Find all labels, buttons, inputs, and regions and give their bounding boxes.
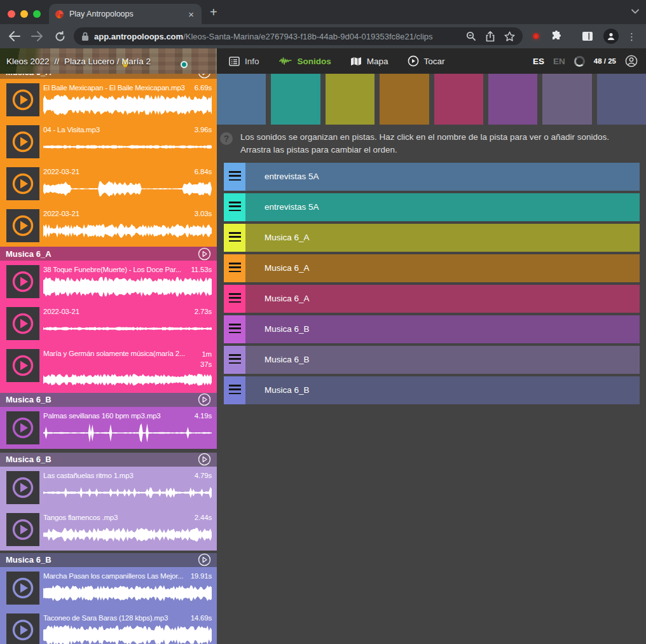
close-tab-icon[interactable]: ×: [187, 8, 195, 20]
clip-play-button[interactable]: [6, 411, 39, 444]
breadcrumb-path[interactable]: Plaza Lucero / María 2: [64, 57, 151, 66]
track-row[interactable]: entrevistas 5A: [224, 193, 640, 221]
track-section-header[interactable]: Musica 6_B: [0, 393, 217, 407]
tab-search-chevron-icon[interactable]: [631, 8, 640, 15]
forward-icon[interactable]: [29, 29, 45, 44]
clip-waveform[interactable]: [43, 93, 212, 116]
clip-waveform[interactable]: [43, 624, 212, 644]
track-row-body[interactable]: Musica 6_A: [245, 224, 640, 252]
drag-handle[interactable]: [224, 376, 245, 404]
track-section-header[interactable]: Musica 6_B: [0, 553, 217, 567]
clip-waveform[interactable]: [43, 275, 212, 298]
track-row[interactable]: Musica 6_A: [224, 224, 640, 252]
track-row[interactable]: Musica 6_A: [224, 285, 640, 313]
tab-mapa[interactable]: Mapa: [350, 57, 388, 66]
track-row-body[interactable]: Musica 6_B: [245, 346, 640, 374]
clip-waveform[interactable]: [43, 523, 212, 546]
back-icon[interactable]: [6, 29, 22, 44]
clip-waveform[interactable]: [43, 481, 212, 504]
track-row-body[interactable]: Musica 6_B: [245, 376, 640, 404]
clip-play-button[interactable]: [6, 613, 39, 644]
address-bar[interactable]: app.antropoloops.com/Kleos-Santa-Marina/…: [74, 27, 523, 45]
drag-handle[interactable]: [224, 315, 245, 343]
tab-strip: Play Antropoloops × +: [0, 0, 646, 24]
track-row[interactable]: Musica 6_B: [224, 315, 640, 343]
track-row[interactable]: Musica 6_B: [224, 376, 640, 404]
clip-duration: 2.44s: [195, 514, 212, 521]
zoom-page-icon[interactable]: [466, 31, 476, 41]
track-row-body[interactable]: Musica 6_A: [245, 254, 640, 282]
clip-play-button[interactable]: [6, 471, 39, 504]
track-section-header[interactable]: Musica 6_B: [0, 453, 217, 467]
track-row-body[interactable]: entrevistas 5A: [245, 193, 640, 221]
zoom-window-button[interactable]: [33, 10, 41, 18]
clip-waveform[interactable]: [43, 219, 212, 242]
track-row[interactable]: Musica 6_B: [224, 346, 640, 374]
browser-window: Play Antropoloops × + app.antropoloops.c…: [0, 0, 646, 644]
map-thumbnail[interactable]: Kleos 2022 // Plaza Lucero / María 2: [0, 48, 217, 74]
clip-play-button[interactable]: [6, 209, 39, 242]
share-icon[interactable]: [486, 31, 495, 42]
browser-tab[interactable]: Play Antropoloops ×: [49, 4, 202, 24]
extensions-puzzle-icon[interactable]: [549, 29, 564, 44]
lock-icon[interactable]: [81, 32, 89, 41]
minimize-window-button[interactable]: [20, 10, 28, 18]
expand-track-icon[interactable]: [198, 74, 211, 79]
reload-icon[interactable]: [52, 29, 67, 44]
clip-waveform[interactable]: [43, 371, 212, 388]
clip-play-button[interactable]: [6, 265, 39, 298]
waveform-icon: [278, 57, 292, 65]
track-section-header[interactable]: Musica 6_A: [0, 74, 217, 79]
tab-tocar[interactable]: Tocar: [408, 55, 445, 67]
site-favicon-icon: [55, 10, 64, 18]
breadcrumb-project[interactable]: Kleos 2022: [6, 57, 50, 66]
expand-track-icon[interactable]: [198, 553, 211, 566]
browser-menu-icon[interactable]: ⋮: [627, 32, 636, 41]
clip-play-button[interactable]: [6, 572, 39, 605]
drag-handle[interactable]: [224, 224, 245, 252]
clip-play-button[interactable]: [6, 83, 39, 116]
clip-waveform[interactable]: [43, 177, 212, 200]
bookmark-star-icon[interactable]: [504, 31, 515, 41]
track-section-header[interactable]: Musica 6_A: [0, 247, 217, 261]
tab-sonidos[interactable]: Sonidos: [278, 57, 331, 66]
close-window-button[interactable]: [8, 10, 15, 18]
track-row-body[interactable]: Musica 6_A: [245, 285, 640, 313]
new-tab-button[interactable]: +: [210, 5, 217, 19]
clip-play-button[interactable]: [6, 125, 39, 158]
clip-info: Marcha Pasan los campanilleros Las Mejor…: [43, 572, 212, 605]
track-row[interactable]: Musica 6_A: [224, 254, 640, 282]
clip-waveform[interactable]: [43, 582, 212, 605]
clip-waveform[interactable]: [43, 135, 212, 158]
expand-track-icon[interactable]: [198, 453, 211, 466]
drag-handle-icon: [229, 354, 241, 365]
record-extension-icon[interactable]: [532, 32, 540, 41]
clip-play-button[interactable]: [6, 307, 39, 340]
browser-profile-avatar[interactable]: [603, 29, 619, 44]
clip-play-button[interactable]: [6, 167, 39, 200]
clip-play-button[interactable]: [6, 349, 39, 382]
expand-track-icon[interactable]: [198, 393, 211, 406]
account-icon[interactable]: [625, 55, 638, 67]
drag-handle[interactable]: [224, 254, 245, 282]
expand-track-icon[interactable]: [198, 247, 211, 261]
lang-es-button[interactable]: ES: [533, 57, 544, 66]
side-panel-icon[interactable]: [580, 29, 595, 44]
track-row-body[interactable]: entrevistas 5A: [245, 163, 640, 191]
drag-handle[interactable]: [224, 346, 245, 374]
clip-title-row: El Baile Mexicapan - El Baile Mexicapan.…: [43, 84, 212, 92]
tab-info[interactable]: Info: [229, 57, 259, 66]
drag-handle-icon: [229, 232, 241, 243]
drag-handle[interactable]: [224, 193, 245, 221]
lang-en-button[interactable]: EN: [553, 57, 565, 66]
track-row[interactable]: entrevistas 5A: [224, 163, 640, 191]
clip-play-button[interactable]: [6, 513, 39, 546]
clip-duration: 6.84s: [195, 168, 212, 175]
drag-handle[interactable]: [224, 285, 245, 313]
drag-handle[interactable]: [224, 163, 245, 191]
app-nav: Info Sonidos Mapa Tocar E: [217, 48, 646, 74]
clip-waveform[interactable]: [43, 317, 212, 340]
clip-waveform[interactable]: [43, 421, 212, 444]
track-color-swatch: [271, 74, 320, 125]
track-row-body[interactable]: Musica 6_B: [245, 315, 640, 343]
